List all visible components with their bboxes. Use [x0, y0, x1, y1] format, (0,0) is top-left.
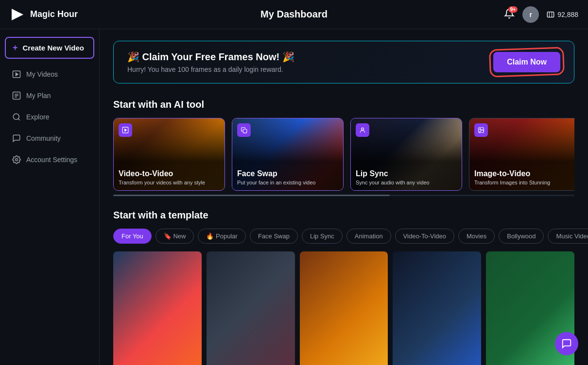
svg-line-11 [18, 118, 19, 120]
promo-banner: 🎉 Claim Your Free Frames Now! 🎉 Hurry! Y… [113, 41, 574, 83]
notifications-button[interactable]: 9+ [504, 8, 515, 20]
filter-music-video[interactable]: Music Video [548, 229, 588, 244]
svg-point-18 [480, 129, 481, 130]
svg-point-10 [13, 114, 19, 119]
chat-bubble-button[interactable] [555, 332, 578, 355]
svg-rect-1 [548, 12, 554, 17]
filter-bollywood[interactable]: Bollywood [499, 229, 544, 244]
banner-title: 🎉 Claim Your Free Frames Now! 🎉 [127, 51, 294, 63]
template-grid [113, 251, 574, 365]
template-thumb-4[interactable] [393, 251, 481, 365]
avatar-button[interactable]: r [522, 6, 539, 23]
templates-title: Start with a template [113, 210, 574, 221]
settings-icon [12, 155, 21, 165]
sidebar-label-community: Community [26, 134, 61, 142]
logo-area: Magic Hour [10, 7, 109, 22]
filter-movies[interactable]: Movies [458, 229, 495, 244]
svg-marker-0 [12, 9, 23, 20]
filter-animation[interactable]: Animation [346, 229, 391, 244]
chat-icon [561, 338, 572, 349]
svg-point-12 [16, 159, 18, 161]
sidebar-item-my-videos[interactable]: My Videos [5, 65, 94, 84]
tool-card-image-to-video[interactable]: Image-to-Video Transform Images into Stu… [469, 118, 574, 191]
svg-point-16 [362, 128, 364, 130]
community-icon [12, 133, 21, 143]
claim-now-button[interactable]: Claim Now [493, 52, 560, 72]
image-to-video-icon [474, 123, 488, 137]
filter-for-you[interactable]: For You [113, 229, 152, 244]
template-thumb-2[interactable] [207, 251, 295, 365]
tool-card-video-to-video[interactable]: Video-to-Video Transform your videos wit… [113, 118, 225, 191]
plan-icon [12, 91, 21, 100]
sidebar-label-my-videos: My Videos [26, 70, 58, 78]
create-button-label: Create New Video [23, 44, 84, 52]
main-content: 🎉 Claim Your Free Frames Now! 🎉 Hurry! Y… [100, 29, 588, 365]
filter-lip-sync[interactable]: Lip Sync [302, 229, 343, 244]
template-filters: For You 🔖 New 🔥 Popular Face Swap Lip Sy… [113, 229, 574, 244]
create-new-video-button[interactable]: + Create New Video [5, 37, 94, 59]
filter-new[interactable]: 🔖 New [156, 229, 194, 244]
ai-tools-grid: Video-to-Video Transform your videos wit… [113, 118, 574, 191]
template-thumb-3[interactable] [300, 251, 388, 365]
film-icon [547, 11, 554, 18]
ai-tools-title: Start with an AI tool [113, 99, 574, 110]
sidebar-item-explore[interactable]: Explore [5, 107, 94, 127]
scroll-indicator [113, 195, 574, 196]
sidebar-label-explore: Explore [26, 113, 49, 121]
template-thumb-1[interactable] [113, 251, 202, 365]
tool-card-lip-sync[interactable]: Lip Sync Sync your audio with any video [350, 118, 462, 191]
faceswap-desc: Put your face in an existing video [237, 180, 338, 185]
plus-icon: + [13, 43, 18, 53]
lip-sync-icon [356, 123, 369, 137]
sidebar: + Create New Video My Videos M [0, 29, 100, 365]
lipsync-desc: Sync your audio with any video [356, 180, 457, 185]
video-library-icon [12, 69, 21, 79]
page-title: My Dashboard [260, 9, 328, 20]
credits-display: 92,888 [547, 11, 578, 18]
sidebar-item-community[interactable]: Community [5, 129, 94, 148]
banner-text: 🎉 Claim Your Free Frames Now! 🎉 Hurry! Y… [127, 51, 294, 73]
itv-desc: Transform Images into Stunning [474, 180, 574, 185]
filter-video-to-video[interactable]: Video-To-Video [395, 229, 454, 244]
svg-marker-5 [16, 73, 18, 76]
vtv-title: Video-to-Video [119, 169, 220, 178]
top-nav: Magic Hour My Dashboard 9+ r 92,888 [0, 0, 588, 29]
vtv-desc: Transform your videos with any style [119, 180, 220, 185]
main-layout: + Create New Video My Videos M [0, 29, 588, 365]
sidebar-item-account-settings[interactable]: Account Settings [5, 150, 94, 169]
sidebar-label-my-plan: My Plan [26, 92, 51, 100]
banner-description: Hurry! You have 100 frames as a daily lo… [127, 66, 294, 73]
tool-card-face-swap[interactable]: Face Swap Put your face in an existing v… [232, 118, 344, 191]
nav-right: 9+ r 92,888 [504, 6, 578, 23]
sidebar-item-my-plan[interactable]: My Plan [5, 86, 94, 105]
scroll-progress [113, 195, 390, 196]
sidebar-label-account-settings: Account Settings [26, 156, 77, 164]
explore-icon [12, 112, 21, 122]
svg-rect-15 [243, 129, 247, 133]
itv-title: Image-to-Video [474, 169, 574, 178]
logo-icon [10, 7, 25, 22]
svg-marker-14 [125, 129, 127, 132]
filter-face-swap[interactable]: Face Swap [250, 229, 298, 244]
credits-value: 92,888 [557, 11, 578, 18]
video-to-video-icon [119, 123, 132, 137]
faceswap-title: Face Swap [237, 169, 338, 178]
notif-badge: 9+ [508, 6, 518, 13]
face-swap-icon [237, 123, 251, 137]
lipsync-title: Lip Sync [356, 169, 457, 178]
filter-popular[interactable]: 🔥 Popular [198, 229, 245, 244]
app-name: Magic Hour [30, 9, 78, 19]
